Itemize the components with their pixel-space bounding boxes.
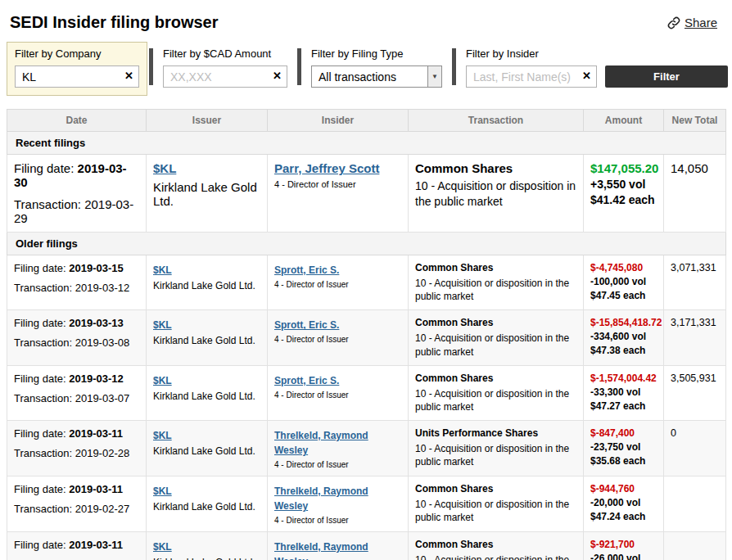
filing-date-label: Filing date: xyxy=(14,483,66,495)
filing-date-value: 2019-03-12 xyxy=(69,373,124,385)
insider-name-link[interactable]: Sprott, Eric S. xyxy=(274,319,339,331)
date-cell: Filing date: 2019-03-15 Transaction: 201… xyxy=(7,255,147,310)
table-row: Filing date: 2019-03-11 Transaction: 201… xyxy=(7,532,726,560)
security-name: Common Shares xyxy=(415,539,576,550)
transaction-date-label: Transaction: xyxy=(14,282,72,294)
insider-cell: Threlkeld, Raymond Wesley 4 - Director o… xyxy=(268,421,409,476)
recent-filings-section-label: Recent filings xyxy=(7,132,726,155)
transaction-type: 10 - Acquisition or disposition in the p… xyxy=(415,498,576,524)
table-row: Filing date: 2019-03-11 Transaction: 201… xyxy=(7,476,726,532)
cad-amount-filter-label: Filter by $CAD Amount xyxy=(163,47,287,60)
amount-value: $147,055.20 xyxy=(590,161,657,175)
filing-date-label: Filing date: xyxy=(14,317,66,329)
clear-company-icon[interactable]: ✕ xyxy=(124,70,133,81)
column-header-transaction: Transaction xyxy=(409,110,584,132)
table-row: Filing date: 2019-03-30 Transaction: 201… xyxy=(7,155,726,233)
insider-cell: Sprott, Eric S. 4 - Director of Issuer xyxy=(268,365,409,420)
issuer-ticker-link[interactable]: $KL xyxy=(153,161,176,175)
security-name: Common Shares xyxy=(415,161,576,175)
insider-name-link[interactable]: Sprott, Eric S. xyxy=(274,375,339,386)
filter-separator xyxy=(149,48,153,85)
filing-date-value: 2019-03-11 xyxy=(69,483,123,495)
issuer-cell: $KL Kirkland Lake Gold Ltd. xyxy=(147,310,268,365)
amount-value: $-944,760 xyxy=(590,483,657,495)
volume-value: -20,000 vol xyxy=(590,497,657,508)
issuer-ticker-link[interactable]: $KL xyxy=(153,541,172,553)
issuer-cell: $KL Kirkland Lake Gold Ltd. xyxy=(147,476,268,532)
issuer-ticker-link[interactable]: $KL xyxy=(153,319,172,331)
volume-value: +3,550 vol xyxy=(590,178,657,191)
filter-group-filing-type: Filter by Filing Type All transactions ▼ xyxy=(303,42,450,96)
filing-type-selected-value: All transactions xyxy=(312,70,427,84)
insider-cell: Parr, Jeffrey Scott 4 - Director of Issu… xyxy=(268,155,409,233)
filter-submit-button[interactable]: Filter xyxy=(605,65,728,88)
transaction-date-value: 2019-02-28 xyxy=(75,447,130,459)
volume-value: -334,600 vol xyxy=(590,331,657,342)
insider-role: 4 - Director of Issuer xyxy=(274,460,401,469)
issuer-name: Kirkland Lake Gold Ltd. xyxy=(153,557,260,560)
insider-name-link[interactable]: Threlkeld, Raymond Wesley xyxy=(274,430,368,456)
issuer-ticker-link[interactable]: $KL xyxy=(153,485,172,497)
amount-cell: $-15,854,418.72 -334,600 vol $47.38 each xyxy=(584,310,664,365)
insider-name-link[interactable]: Threlkeld, Raymond Wesley xyxy=(274,541,368,560)
issuer-name: Kirkland Lake Gold Ltd. xyxy=(153,501,260,513)
security-name: Common Shares xyxy=(415,483,576,495)
insider-filter-input[interactable] xyxy=(466,65,597,88)
transaction-cell: Units Performance Shares 10 - Acquisitio… xyxy=(409,421,584,476)
issuer-name: Kirkland Lake Gold Ltd. xyxy=(153,335,260,346)
filing-date-label: Filing date: xyxy=(14,161,74,175)
insider-name-link[interactable]: Sprott, Eric S. xyxy=(274,264,339,276)
amount-value: $-921,700 xyxy=(590,539,657,550)
security-name: Units Performance Shares xyxy=(415,427,576,439)
insider-filter-label: Filter by Insider xyxy=(466,47,597,60)
issuer-cell: $KL Kirkland Lake Gold Ltd. xyxy=(147,532,268,560)
share-label: Share xyxy=(685,16,717,29)
issuer-name: Kirkland Lake Gold Ltd. xyxy=(153,280,260,291)
dropdown-arrow-icon: ▼ xyxy=(427,66,441,87)
filter-button-wrap: Filter xyxy=(605,42,728,88)
amount-value: $-15,854,418.72 xyxy=(590,317,657,328)
clear-cad-amount-icon[interactable]: ✕ xyxy=(273,70,282,81)
cad-amount-filter-input[interactable] xyxy=(163,65,287,88)
new-total-cell: 0 xyxy=(664,421,726,476)
company-filter-input[interactable] xyxy=(15,65,139,88)
issuer-name: Kirkland Lake Gold Ltd. xyxy=(153,180,260,208)
insider-role: 4 - Director of Issuer xyxy=(274,391,401,400)
filing-type-select[interactable]: All transactions ▼ xyxy=(311,65,442,88)
filing-date-value: 2019-03-15 xyxy=(69,262,124,274)
section-row-recent: Recent filings xyxy=(7,132,726,155)
filing-date-label: Filing date: xyxy=(14,373,66,385)
insider-name-link[interactable]: Parr, Jeffrey Scott xyxy=(274,161,379,175)
date-cell: Filing date: 2019-03-11 Transaction: 201… xyxy=(7,532,147,560)
issuer-ticker-link[interactable]: $KL xyxy=(153,264,172,276)
date-cell: Filing date: 2019-03-13 Transaction: 201… xyxy=(7,310,147,365)
filing-date-label: Filing date: xyxy=(14,262,66,274)
price-value: $47.24 each xyxy=(590,511,657,522)
issuer-ticker-link[interactable]: $KL xyxy=(153,430,172,441)
price-value: $47.27 each xyxy=(590,400,657,412)
filter-separator xyxy=(452,48,456,85)
transaction-cell: Common Shares 10 - Acquisition or dispos… xyxy=(409,532,584,560)
transaction-date-value: 2019-03-12 xyxy=(75,282,130,294)
older-filings-section-label: Older filings xyxy=(7,233,726,255)
clear-insider-icon[interactable]: ✕ xyxy=(582,70,591,81)
transaction-cell: Common Shares 10 - Acquisition or dispos… xyxy=(409,255,584,310)
issuer-ticker-link[interactable]: $KL xyxy=(153,375,172,386)
volume-value: -23,750 vol xyxy=(590,441,657,453)
filter-bar: Filter by Company ✕ Filter by $CAD Amoun… xyxy=(0,42,732,96)
date-cell: Filing date: 2019-03-11 Transaction: 201… xyxy=(7,476,147,532)
filing-date-label: Filing date: xyxy=(14,427,66,440)
amount-cell: $-921,700 -26,000 vol $35.45 each xyxy=(584,532,664,560)
issuer-cell: $KL Kirkland Lake Gold Ltd. xyxy=(147,365,268,420)
transaction-date-value: 2019-02-27 xyxy=(75,503,130,515)
share-button[interactable]: Share xyxy=(667,16,717,29)
transaction-date-label: Transaction: xyxy=(14,503,72,515)
date-cell: Filing date: 2019-03-30 Transaction: 201… xyxy=(7,155,147,233)
transaction-cell: Common Shares 10 - Acquisition or dispos… xyxy=(409,476,584,532)
insider-name-link[interactable]: Threlkeld, Raymond Wesley xyxy=(274,485,368,512)
insider-cell: Sprott, Eric S. 4 - Director of Issuer xyxy=(268,255,409,310)
issuer-cell: $KL Kirkland Lake Gold Ltd. xyxy=(147,155,268,233)
column-header-amount: Amount xyxy=(584,110,664,132)
filter-group-insider: Filter by Insider ✕ xyxy=(458,42,605,96)
page-title: SEDI Insider filing browser xyxy=(10,13,219,32)
